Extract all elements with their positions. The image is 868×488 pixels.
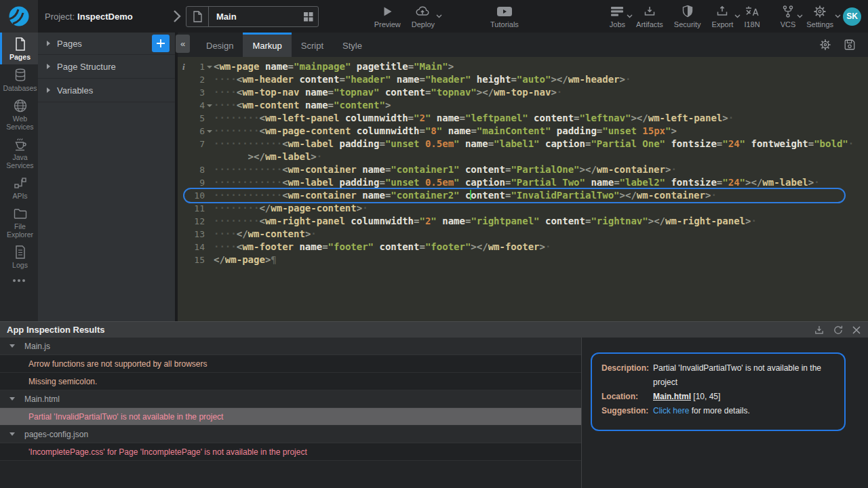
- grid-icon[interactable]: [298, 12, 318, 22]
- download-results-icon[interactable]: [814, 325, 825, 336]
- gutter: 7: [178, 138, 214, 150]
- close-icon[interactable]: [852, 325, 861, 335]
- sidebar-item-file-explorer[interactable]: File Explorer: [0, 203, 38, 241]
- code-area[interactable]: i 1<wm-page name="mainpage" pagetitle="M…: [178, 57, 868, 321]
- sidebar-item-databases[interactable]: Databases: [0, 64, 38, 95]
- pages-section[interactable]: Pages: [38, 33, 175, 55]
- gutter: 14: [178, 241, 214, 253]
- app-logo[interactable]: [0, 0, 38, 33]
- group-file-name: Main.js: [24, 342, 50, 351]
- inspection-issue-row[interactable]: Arrow functions are not supported by all…: [0, 355, 581, 373]
- gutter: 8: [178, 163, 214, 176]
- jobs-button[interactable]: Jobs: [604, 5, 631, 28]
- collapse-panel-button[interactable]: «: [176, 35, 190, 53]
- inspection-title: App Inspection Results: [7, 325, 814, 335]
- cloud-upload-icon: [415, 5, 431, 18]
- description-value: Partial 'InvalidPartialTwo' is not avail…: [653, 361, 833, 390]
- location-file-link[interactable]: Main.html: [653, 392, 691, 401]
- play-icon: [380, 5, 394, 18]
- tab-markup[interactable]: Markup: [243, 33, 291, 57]
- fold-arrow-icon[interactable]: [207, 104, 212, 107]
- deploy-button[interactable]: Deploy: [406, 5, 440, 28]
- code-line[interactable]: 14····<wm-footer name="footer" content="…: [178, 241, 868, 253]
- code-line[interactable]: 4····<wm-content name="content">: [178, 99, 868, 112]
- code-line[interactable]: ></wm-label>·: [178, 150, 868, 163]
- database-icon: [13, 68, 28, 83]
- code-line[interactable]: 12········<wm-right-panel columnwidth="2…: [178, 215, 868, 228]
- user-avatar[interactable]: SK: [843, 7, 861, 26]
- sidebar-item-pages[interactable]: Pages: [0, 33, 38, 64]
- gutter: 5: [178, 112, 214, 125]
- line-number: 10: [194, 189, 205, 202]
- globe-icon: [13, 98, 28, 113]
- tutorials-button[interactable]: Tutorials: [485, 5, 524, 28]
- sidebar-item-java-services[interactable]: Java Services: [0, 134, 38, 172]
- folder-icon: [13, 206, 28, 221]
- editor-settings-gear-icon[interactable]: [819, 39, 831, 51]
- save-icon[interactable]: [844, 39, 856, 51]
- line-number: 9: [199, 176, 205, 189]
- code-line[interactable]: 1<wm-page name="mainpage" pagetitle="Mai…: [178, 60, 868, 73]
- click-here-link[interactable]: Click here: [653, 406, 689, 415]
- sidebar-item-apis[interactable]: APIs: [0, 172, 38, 203]
- i18n-button[interactable]: I18N: [738, 5, 765, 28]
- i18n-translate-icon: [745, 5, 760, 18]
- inspection-group-header[interactable]: Main.js: [0, 338, 581, 355]
- inspection-issue-row[interactable]: Missing semicolon.: [0, 373, 581, 390]
- sidebar-more-button[interactable]: [0, 279, 38, 283]
- pages-panel: Pages Page Structure Variables: [38, 33, 175, 321]
- security-shield-icon: [681, 5, 694, 18]
- coffee-cup-icon: [13, 137, 28, 152]
- export-button[interactable]: Export: [707, 5, 739, 28]
- sidebar-item-web-services[interactable]: Web Services: [0, 95, 38, 134]
- add-page-button[interactable]: [152, 35, 170, 52]
- gutter: 10: [178, 189, 214, 202]
- line-number: 12: [194, 215, 205, 228]
- inspection-issue-row[interactable]: Partial 'InvalidPartialTwo' is not avail…: [0, 408, 581, 426]
- expand-triangle-icon: [47, 41, 50, 46]
- line-number: 2: [199, 73, 205, 86]
- line-number: 15: [194, 253, 205, 266]
- page-structure-section[interactable]: Page Structure: [38, 55, 175, 79]
- code-line[interactable]: 15</wm-page>¶: [178, 253, 868, 266]
- page-icon: [186, 7, 209, 26]
- tab-style[interactable]: Style: [333, 33, 372, 57]
- line-number: 13: [194, 228, 205, 241]
- line-number: 4: [199, 99, 205, 112]
- fold-arrow-icon[interactable]: [207, 130, 212, 133]
- settings-button[interactable]: Settings: [801, 5, 839, 28]
- editor-tab-bar: « Design Markup Script Style: [178, 33, 868, 57]
- inspection-issue-row[interactable]: 'IncompletePage.css' for Page 'Incomplet…: [0, 443, 581, 461]
- refresh-icon[interactable]: [833, 325, 844, 336]
- variables-section[interactable]: Variables: [38, 79, 175, 102]
- security-button[interactable]: Security: [669, 5, 707, 28]
- line-number: 6: [199, 125, 205, 138]
- preview-button[interactable]: Preview: [369, 5, 406, 28]
- jobs-icon: [610, 5, 625, 18]
- page-selector[interactable]: Main: [186, 6, 319, 27]
- code-line[interactable]: 2····<wm-header content="header" name="h…: [178, 73, 868, 86]
- collapse-triangle-icon: [9, 432, 15, 436]
- code-line[interactable]: 7············<wm-label padding="unset 0.…: [178, 138, 868, 150]
- settings-gear-icon: [813, 5, 827, 18]
- vcs-button[interactable]: VCS: [775, 5, 802, 28]
- sidebar-item-logs[interactable]: Logs: [0, 241, 38, 272]
- code-line[interactable]: 5········<wm-left-panel columnwidth="2" …: [178, 112, 868, 125]
- inspection-group-header[interactable]: pages-config.json: [0, 426, 581, 443]
- gutter: 1: [178, 60, 214, 73]
- line-number: 5: [199, 112, 205, 125]
- gutter: 11: [178, 202, 214, 215]
- suggestion-label: Suggestion:: [601, 404, 653, 418]
- code-line[interactable]: 13····</wm-content>·: [178, 228, 868, 241]
- code-line[interactable]: 3····<wm-top-nav name="topnav" content="…: [178, 86, 868, 99]
- tab-design[interactable]: Design: [197, 33, 243, 57]
- code-line[interactable]: 11········</wm-page-content>·: [178, 202, 868, 215]
- chevron-right-icon[interactable]: [172, 9, 182, 24]
- tab-script[interactable]: Script: [292, 33, 333, 57]
- code-line[interactable]: 8············<wm-container name="contain…: [178, 163, 868, 176]
- code-line[interactable]: 6········<wm-page-content columnwidth="8…: [178, 125, 868, 138]
- fold-arrow-icon[interactable]: [207, 66, 212, 68]
- artifacts-button[interactable]: Artifacts: [631, 5, 669, 28]
- inspection-group-header[interactable]: Main.html: [0, 390, 581, 408]
- project-name: InspectDemo: [77, 12, 133, 22]
